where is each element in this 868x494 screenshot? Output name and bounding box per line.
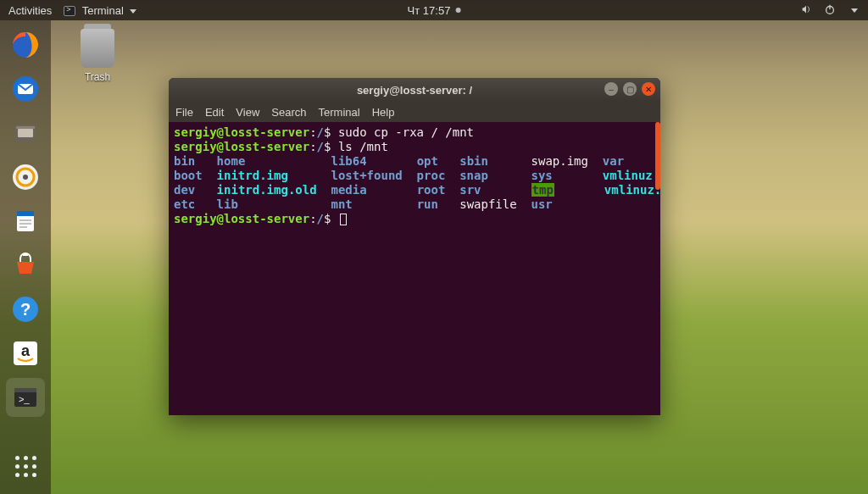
activities-button[interactable]: Activities [8, 4, 52, 17]
dock-item-software[interactable] [6, 246, 45, 285]
apps-grid-icon [15, 456, 36, 477]
window-maximize-button[interactable]: ▢ [623, 82, 637, 96]
clock-label: Чт 17:57 [408, 4, 451, 17]
app-menu[interactable]: Terminal [64, 4, 136, 17]
cursor-icon [340, 214, 347, 225]
window-title: sergiy@losst-server: / [357, 84, 472, 97]
clock-area[interactable]: Чт 17:57 [408, 4, 461, 17]
chevron-down-icon [130, 9, 136, 14]
svg-text:?: ? [20, 300, 31, 319]
dock-item-files[interactable] [6, 114, 45, 153]
window-titlebar[interactable]: sergiy@losst-server: / – ▢ ✕ [169, 78, 660, 102]
svg-rect-22 [14, 388, 36, 392]
svg-text:a: a [21, 342, 31, 359]
trash-icon [81, 29, 114, 68]
menu-file[interactable]: File [175, 106, 193, 119]
terminal-icon [64, 6, 75, 16]
menu-search[interactable]: Search [271, 106, 306, 119]
svg-rect-6 [18, 129, 33, 137]
dock-item-firefox[interactable] [6, 25, 45, 64]
menu-help[interactable]: Help [372, 106, 395, 119]
terminal-line: sergiy@losst-server:/$ sudo cp -rxa / /m… [174, 125, 655, 140]
power-icon[interactable] [824, 3, 836, 18]
window-minimize-button[interactable]: – [604, 82, 618, 96]
notification-dot-icon [455, 8, 460, 13]
dock-item-amazon[interactable]: a [6, 334, 45, 373]
terminal-body[interactable]: sergiy@losst-server:/$ sudo cp -rxa / /m… [169, 122, 660, 415]
dock-item-writer[interactable] [6, 202, 45, 241]
dock: ? a >_ [0, 20, 51, 494]
dock-item-terminal[interactable]: >_ [6, 378, 45, 417]
terminal-prompt-line: sergiy@losst-server:/$ [174, 212, 655, 226]
menu-edit[interactable]: Edit [205, 106, 224, 119]
dock-item-rhythmbox[interactable] [6, 158, 45, 197]
svg-point-10 [23, 175, 28, 180]
gnome-topbar: Activities Terminal Чт 17:57 [0, 0, 868, 20]
svg-rect-7 [16, 126, 35, 129]
show-applications-button[interactable] [6, 447, 45, 486]
scrollbar-thumb[interactable] [655, 122, 660, 190]
svg-rect-12 [17, 211, 34, 216]
window-menubar: File Edit View Search Terminal Help [169, 102, 660, 122]
terminal-line: sergiy@losst-server:/$ ls /mnt [174, 140, 655, 154]
terminal-window: sergiy@losst-server: / – ▢ ✕ File Edit V… [169, 78, 660, 415]
ls-output: bin home lib64 opt sbin swap.img var boo… [174, 154, 655, 212]
volume-icon[interactable] [800, 3, 812, 18]
trash-label: Trash [68, 71, 127, 83]
dock-item-thunderbird[interactable] [6, 69, 45, 108]
desktop-icon-trash[interactable]: Trash [68, 29, 127, 83]
app-menu-label: Terminal [82, 4, 124, 17]
dock-item-help[interactable]: ? [6, 290, 45, 329]
window-close-button[interactable]: ✕ [642, 82, 655, 96]
menu-view[interactable]: View [236, 106, 259, 119]
svg-rect-16 [23, 253, 28, 256]
menu-terminal[interactable]: Terminal [319, 106, 360, 119]
system-menu-chevron-icon[interactable] [851, 8, 858, 13]
svg-text:>_: >_ [19, 394, 30, 404]
